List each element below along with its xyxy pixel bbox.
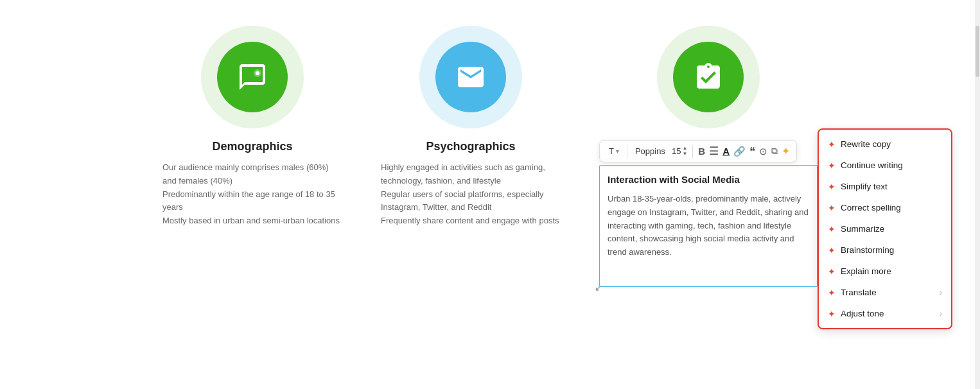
ai-menu-explain[interactable]: ✦ Explain more — [819, 261, 951, 282]
ai-menu-simplify[interactable]: ✦ Simplify text — [819, 176, 951, 197]
ai-dot-continue: ✦ — [828, 161, 836, 170]
toolbar-clock[interactable]: ⊙ — [759, 146, 767, 157]
toolbar-divider-1 — [627, 145, 627, 158]
demographics-icon-inner — [217, 42, 288, 112]
text-toolbar: T ▾ Poppins 15 ▲ ▼ B ☰ A 🔗 — [599, 140, 797, 162]
toolbar-link[interactable]: 🔗 — [733, 146, 746, 157]
demographics-title: Demographics — [212, 140, 292, 153]
ai-label-tone: Adjust tone — [841, 309, 884, 318]
toolbar-text-color[interactable]: A — [722, 146, 730, 157]
ai-menu-correct[interactable]: ✦ Correct spelling — [819, 197, 951, 218]
ai-menu-translate[interactable]: ✦ Translate › — [819, 282, 951, 303]
toolbar-bold[interactable]: B — [698, 146, 705, 157]
ai-label-brainstorm: Brainstorming — [841, 245, 894, 255]
ai-dot-correct: ✦ — [828, 203, 836, 212]
toolbar-text-type[interactable]: T ▾ — [606, 144, 622, 158]
demographics-text: Our audience mainly comprises males (60%… — [162, 161, 342, 228]
demographics-card: Demographics Our audience mainly compris… — [162, 26, 342, 228]
psychographics-icon-inner — [435, 42, 506, 112]
scrollbar-thumb[interactable] — [976, 26, 979, 77]
ai-menu-continue[interactable]: ✦ Continue writing — [819, 155, 951, 176]
toolbar-copy[interactable]: ⧉ — [771, 146, 778, 157]
text-type-label: T — [609, 146, 614, 156]
font-size-arrows[interactable]: ▲ ▼ — [682, 146, 687, 157]
ai-dot-explain: ✦ — [828, 267, 836, 276]
psychographics-card: Psychographics Highly engaged in activit… — [381, 26, 561, 228]
clipboard-check-icon — [693, 62, 724, 92]
toolbar-align[interactable]: ☰ — [709, 144, 719, 158]
chat-icon — [237, 62, 268, 92]
social-media-card: T ▾ Poppins 15 ▲ ▼ B ☰ A 🔗 — [599, 26, 818, 287]
ai-menu-rewrite[interactable]: ✦ Rewrite copy — [819, 134, 951, 155]
font-name: Poppins — [635, 146, 665, 156]
ai-label-summarize: Summarize — [841, 224, 884, 234]
text-type-chevron: ▾ — [616, 148, 619, 155]
toolbar-quote[interactable]: ❝ — [749, 144, 755, 158]
ai-menu-brainstorm[interactable]: ✦ Brainstorming — [819, 239, 951, 261]
demographics-icon-outer — [201, 26, 304, 128]
ai-menu-tone[interactable]: ✦ Adjust tone › — [819, 303, 951, 324]
font-size-down[interactable]: ▼ — [682, 151, 687, 157]
psychographics-icon-outer — [419, 26, 522, 128]
ai-dot-simplify: ✦ — [828, 182, 836, 191]
psychographics-title: Psychographics — [426, 140, 515, 153]
ai-label-continue: Continue writing — [841, 160, 903, 170]
ai-label-rewrite: Rewrite copy — [841, 139, 891, 149]
toolbar-font[interactable]: Poppins — [633, 144, 668, 158]
ai-label-translate: Translate — [841, 288, 877, 297]
ai-dot-tone: ✦ — [828, 309, 836, 318]
toolbar-ai-star[interactable]: ✦ — [782, 145, 790, 157]
ai-dot-summarize: ✦ — [828, 225, 836, 234]
social-media-text-box[interactable]: Interaction with Social Media Urban 18-3… — [599, 165, 818, 287]
toolbar-font-size[interactable]: 15 ▲ ▼ — [672, 146, 687, 157]
ai-dot-brainstorm: ✦ — [828, 246, 836, 255]
social-media-icon-outer — [657, 26, 760, 128]
font-size-value: 15 — [672, 146, 681, 156]
text-box-wrapper: Interaction with Social Media Urban 18-3… — [599, 165, 818, 287]
psychographics-text: Highly engaged in activities such as gam… — [381, 161, 561, 228]
resize-handle[interactable]: ↙ — [594, 283, 603, 292]
toolbar-divider-2 — [692, 145, 693, 158]
social-media-title: Interaction with Social Media — [608, 172, 809, 187]
ai-dropdown-menu: ✦ Rewrite copy ✦ Continue writing ✦ Simp… — [818, 128, 952, 329]
ai-label-simplify: Simplify text — [841, 182, 888, 191]
ai-label-explain: Explain more — [841, 266, 891, 276]
ai-dot-rewrite: ✦ — [828, 140, 836, 149]
ai-label-correct: Correct spelling — [841, 203, 901, 212]
tone-chevron: › — [940, 309, 942, 318]
translate-chevron: › — [940, 288, 942, 297]
ai-menu-summarize[interactable]: ✦ Summarize — [819, 218, 951, 239]
mail-icon — [455, 62, 486, 92]
social-media-icon-inner — [673, 42, 744, 112]
scrollbar[interactable] — [975, 0, 980, 389]
social-media-body-text[interactable]: Urban 18-35-year-olds, predominantly mal… — [608, 193, 809, 259]
font-size-up[interactable]: ▲ — [682, 146, 687, 151]
ai-dot-translate: ✦ — [828, 288, 836, 297]
